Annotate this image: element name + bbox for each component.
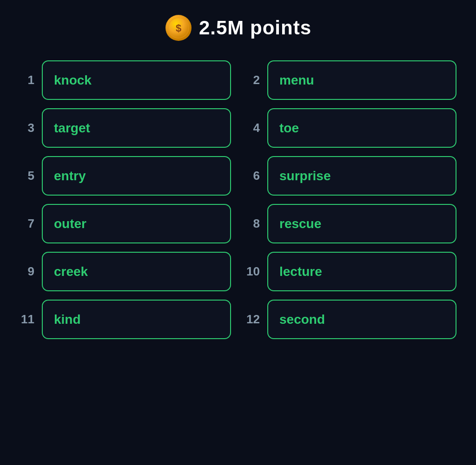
word-item[interactable]: 2menu bbox=[245, 60, 456, 100]
word-number: 3 bbox=[20, 121, 34, 135]
word-item[interactable]: 5entry bbox=[20, 156, 231, 196]
word-number: 2 bbox=[245, 73, 260, 87]
word-box[interactable]: rescue bbox=[267, 204, 456, 243]
word-number: 9 bbox=[20, 264, 34, 279]
word-box[interactable]: outer bbox=[42, 204, 231, 243]
word-label: outer bbox=[54, 216, 86, 231]
word-grid: 1knock2menu3target4toe5entry6surprise7ou… bbox=[10, 60, 466, 339]
word-label: entry bbox=[54, 169, 86, 183]
word-label: toe bbox=[279, 121, 299, 136]
word-number: 8 bbox=[245, 216, 260, 231]
word-box[interactable]: surprise bbox=[267, 156, 456, 196]
word-box[interactable]: creek bbox=[42, 252, 231, 291]
word-label: surprise bbox=[279, 169, 331, 183]
word-number: 10 bbox=[245, 264, 260, 279]
word-box[interactable]: lecture bbox=[267, 252, 456, 291]
word-item[interactable]: 9creek bbox=[20, 252, 231, 291]
word-number: 12 bbox=[245, 312, 260, 327]
word-number: 5 bbox=[20, 169, 34, 183]
word-number: 11 bbox=[20, 312, 34, 327]
word-item[interactable]: 10lecture bbox=[245, 252, 456, 291]
word-box[interactable]: target bbox=[42, 108, 231, 148]
coin-icon: $ bbox=[165, 14, 192, 42]
word-item[interactable]: 3target bbox=[20, 108, 231, 148]
word-item[interactable]: 1knock bbox=[20, 60, 231, 100]
word-box[interactable]: entry bbox=[42, 156, 231, 196]
word-item[interactable]: 6surprise bbox=[245, 156, 456, 196]
word-box[interactable]: toe bbox=[267, 108, 456, 148]
word-box[interactable]: knock bbox=[42, 60, 231, 100]
header: $ 2.5M points bbox=[165, 14, 311, 42]
word-number: 7 bbox=[20, 216, 34, 231]
word-number: 6 bbox=[245, 169, 260, 183]
word-label: kind bbox=[54, 312, 81, 327]
points-display: 2.5M points bbox=[199, 17, 311, 39]
word-item[interactable]: 8rescue bbox=[245, 204, 456, 243]
word-label: second bbox=[279, 312, 325, 327]
word-box[interactable]: menu bbox=[267, 60, 456, 100]
word-box[interactable]: kind bbox=[42, 300, 231, 339]
word-label: knock bbox=[54, 73, 92, 88]
word-item[interactable]: 7outer bbox=[20, 204, 231, 243]
word-item[interactable]: 4toe bbox=[245, 108, 456, 148]
word-label: creek bbox=[54, 264, 88, 279]
svg-text:$: $ bbox=[176, 22, 181, 34]
word-label: menu bbox=[279, 73, 314, 88]
word-item[interactable]: 11kind bbox=[20, 300, 231, 339]
word-number: 1 bbox=[20, 73, 34, 87]
word-label: lecture bbox=[279, 264, 322, 279]
word-label: target bbox=[54, 121, 90, 136]
word-box[interactable]: second bbox=[267, 300, 456, 339]
word-item[interactable]: 12second bbox=[245, 300, 456, 339]
word-number: 4 bbox=[245, 121, 260, 135]
word-label: rescue bbox=[279, 216, 321, 231]
